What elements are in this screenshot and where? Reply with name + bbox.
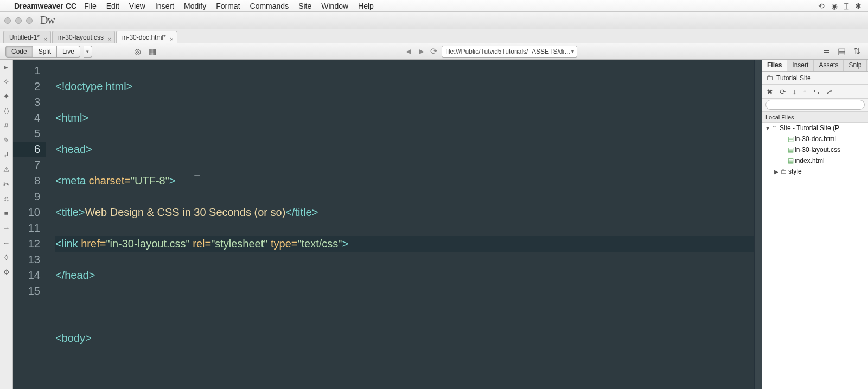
tree-label: style [788,168,802,175]
menu-edit[interactable]: Edit [106,2,119,10]
put-file-icon[interactable]: ↑ [803,87,807,96]
menu-file[interactable]: File [84,2,97,10]
tree-site-root[interactable]: ▼ 🗀 Site - Tutorial Site (P [762,123,868,133]
app-titlebar: Dw [0,12,868,29]
window-zoom-button[interactable] [26,17,33,24]
document-tab[interactable]: in-30-layout.css× [52,31,115,43]
address-text: file:///Public/Tutvid5Tutorials/_ASSETS/… [445,48,570,55]
line-numbers-icon[interactable]: # [4,122,8,130]
disclosure-triangle-icon[interactable]: ▼ [764,125,771,131]
indent-icon[interactable]: → [3,224,10,232]
files-panel: Files Insert Assets Snip 🗀 Tutorial Site… [762,60,868,389]
window-minimize-button[interactable] [15,17,22,24]
menu-modify[interactable]: Modify [184,2,206,10]
view-mode-segment: Code Split Live [5,46,80,58]
apply-comment-icon[interactable]: ✂ [3,180,9,188]
window-controls [4,17,33,24]
panel-tab-assets[interactable]: Assets [814,60,844,71]
menu-commands[interactable]: Commands [250,2,289,10]
bluetooth-status-icon[interactable]: ✱ [855,2,861,10]
tab-close-icon[interactable]: × [170,33,173,45]
panel-tabs: Files Insert Assets Snip [762,60,868,72]
disclosure-triangle-icon[interactable]: ▶ [773,169,780,175]
files-search-row [762,99,868,112]
word-wrap-icon[interactable]: ↲ [3,151,9,159]
get-file-icon[interactable]: ↓ [793,87,796,96]
tree-file[interactable]: ▤ in-30-doc.html [762,133,868,144]
site-selector[interactable]: 🗀 Tutorial Site [765,74,811,82]
display-status-icon[interactable]: ⌶ [844,2,848,10]
live-code-icon[interactable]: ▦ [146,46,158,58]
live-view-button[interactable]: Live [57,46,80,58]
tree-label: Site - Tutorial Site (P [780,124,839,132]
main-area: ▸ ✧ ✦ ⟨⟩ # ✎ ↲ ⚠ ✂ ⎌ ≡ → ← ◊ ⚙ 123456789… [0,60,868,389]
folder-icon: 🗀 [780,168,788,175]
document-tab[interactable]: Untitled-1*× [3,31,51,43]
panel-tab-snippets[interactable]: Snip [844,60,867,71]
sync-icon[interactable]: ⇆ [813,87,820,96]
tree-folder[interactable]: ▶ 🗀 style [762,166,868,177]
menu-view[interactable]: View [129,2,145,10]
address-nav: ◄ ► ⟳ file:///Public/Tutvid5Tutorials/_A… [404,46,577,58]
settings-icon[interactable]: ⇅ [853,46,860,56]
refresh-icon[interactable]: ⟳ [780,87,786,96]
recent-snippets-icon[interactable]: ◊ [4,253,8,262]
syntax-error-icon[interactable]: ⚠ [3,165,10,174]
coding-toolbar: ▸ ✧ ✦ ⟨⟩ # ✎ ↲ ⚠ ✂ ⎌ ≡ → ← ◊ ⚙ [0,60,13,389]
files-column-header[interactable]: Local Files [762,112,868,123]
file-management-icon[interactable]: ≣ [823,46,830,56]
sync-status-icon[interactable]: ⟲ [818,2,825,10]
menu-help[interactable]: Help [358,2,374,10]
panel-tab-files[interactable]: Files [762,60,787,71]
nav-forward-icon[interactable]: ► [417,47,426,56]
address-dropdown-icon[interactable]: ▼ [570,49,575,54]
remove-comment-icon[interactable]: ⎌ [4,195,9,203]
files-search-input[interactable] [765,100,865,110]
tab-close-icon[interactable]: × [108,33,111,45]
outdent-icon[interactable]: ← [3,239,10,247]
site-folder-icon: 🗀 [771,124,780,132]
select-parent-icon[interactable]: ⟨⟩ [4,107,9,115]
window-close-button[interactable] [4,17,11,24]
tab-label: Untitled-1* [9,34,40,41]
tree-label: in-30-layout.css [795,146,840,154]
menu-window[interactable]: Window [321,2,348,10]
address-bar[interactable]: file:///Public/Tutvid5Tutorials/_ASSETS/… [442,46,577,58]
files-panel-toolbar: ✖ ⟳ ↓ ↑ ⇆ ⤢ [762,85,868,99]
code-content[interactable]: <!doctype html> <html> <head> <meta char… [46,60,754,389]
preview-icon[interactable]: ▤ [838,46,846,56]
tree-label: in-30-doc.html [795,135,836,143]
connect-icon[interactable]: ✖ [767,87,773,96]
menu-insert[interactable]: Insert [155,2,174,10]
tab-close-icon[interactable]: × [44,33,47,45]
tree-file[interactable]: ▤ index.html [762,155,868,166]
panel-tab-insert[interactable]: Insert [787,60,814,71]
editor-scrollbar[interactable] [754,60,762,389]
code-view-button[interactable]: Code [5,46,33,58]
site-name: Tutorial Site [776,74,811,82]
app-name[interactable]: Dreamweaver CC [14,2,76,10]
expand-icon[interactable]: ⤢ [826,87,833,96]
collapse-selection-icon[interactable]: ✧ [3,78,9,86]
nav-refresh-icon[interactable]: ⟳ [430,46,437,56]
format-source-icon[interactable]: ≡ [4,209,9,218]
tree-file[interactable]: ▤ in-30-layout.css [762,144,868,155]
os-menubar: Dreamweaver CC File Edit View Insert Mod… [0,0,868,12]
text-cursor [349,237,349,249]
code-editor[interactable]: 123456789101112131415 <!doctype html> <h… [13,60,762,389]
nav-back-icon[interactable]: ◄ [404,47,413,56]
split-view-button[interactable]: Split [33,46,57,58]
inspect-icon[interactable]: ◎ [131,46,143,58]
cloud-status-icon[interactable]: ◉ [831,2,838,10]
tab-label: in-30-layout.css [58,34,104,41]
move-css-icon[interactable]: ⚙ [3,268,10,276]
menu-format[interactable]: Format [216,2,240,10]
live-view-dropdown[interactable]: ▾ [84,46,92,58]
file-tree: ▼ 🗀 Site - Tutorial Site (P ▤ in-30-doc.… [762,123,868,389]
menu-site[interactable]: Site [298,2,311,10]
site-selector-row: 🗀 Tutorial Site [762,72,868,85]
document-tab[interactable]: in-30-doc.html*× [116,31,177,43]
expand-all-icon[interactable]: ✦ [3,92,9,100]
open-documents-icon[interactable]: ▸ [4,63,8,71]
highlight-invalid-icon[interactable]: ✎ [3,136,9,144]
